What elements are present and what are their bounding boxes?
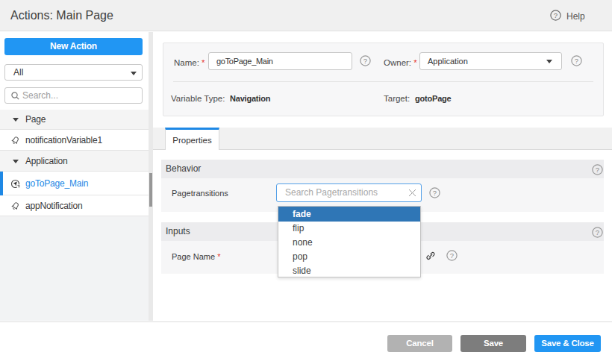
svg-text:?: ? <box>596 166 599 174</box>
svg-text:?: ? <box>554 11 558 19</box>
svg-text:?: ? <box>433 189 437 197</box>
svg-text:?: ? <box>450 251 454 260</box>
svg-text:?: ? <box>363 57 367 65</box>
svg-text:?: ? <box>596 228 599 236</box>
svg-text:?: ? <box>575 57 578 65</box>
